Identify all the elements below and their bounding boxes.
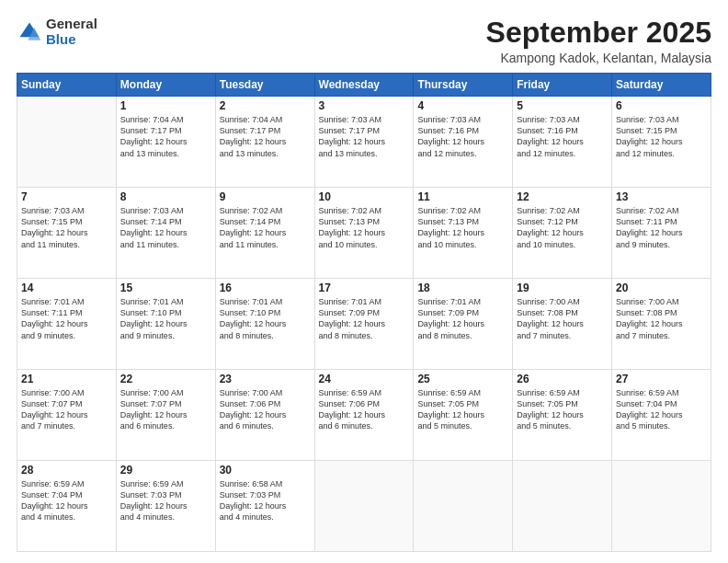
calendar-cell: 26Sunrise: 6:59 AM Sunset: 7:05 PM Dayli… <box>513 370 612 461</box>
logo-general-text: General <box>46 17 97 32</box>
calendar-cell <box>612 461 711 552</box>
title-block: September 2025 Kampong Kadok, Kelantan, … <box>486 17 711 65</box>
month-title: September 2025 <box>486 17 711 49</box>
calendar-cell: 8Sunrise: 7:03 AM Sunset: 7:14 PM Daylig… <box>116 188 215 279</box>
calendar-cell: 22Sunrise: 7:00 AM Sunset: 7:07 PM Dayli… <box>116 370 215 461</box>
logo-icon <box>17 19 42 45</box>
calendar-cell: 13Sunrise: 7:02 AM Sunset: 7:11 PM Dayli… <box>612 188 711 279</box>
calendar-cell: 24Sunrise: 6:59 AM Sunset: 7:06 PM Dayli… <box>314 370 414 461</box>
day-info: Sunrise: 7:04 AM Sunset: 7:17 PM Dayligh… <box>120 114 211 159</box>
day-info: Sunrise: 7:02 AM Sunset: 7:12 PM Dayligh… <box>517 205 608 250</box>
day-number: 10 <box>319 190 410 203</box>
page: General Blue September 2025 Kampong Kado… <box>0 0 728 563</box>
day-number: 29 <box>120 464 211 477</box>
col-tuesday: Tuesday <box>215 74 314 97</box>
day-number: 28 <box>21 464 112 477</box>
day-info: Sunrise: 7:01 AM Sunset: 7:11 PM Dayligh… <box>21 296 112 341</box>
day-number: 20 <box>616 282 707 294</box>
day-info: Sunrise: 6:59 AM Sunset: 7:04 PM Dayligh… <box>21 478 112 523</box>
day-number: 7 <box>21 190 112 203</box>
day-info: Sunrise: 7:00 AM Sunset: 7:07 PM Dayligh… <box>120 387 211 432</box>
day-number: 9 <box>220 190 311 203</box>
day-number: 2 <box>220 99 311 112</box>
day-info: Sunrise: 6:59 AM Sunset: 7:03 PM Dayligh… <box>120 478 211 523</box>
day-info: Sunrise: 7:02 AM Sunset: 7:11 PM Dayligh… <box>616 205 707 250</box>
calendar-cell <box>314 461 414 552</box>
calendar-cell: 9Sunrise: 7:02 AM Sunset: 7:14 PM Daylig… <box>215 188 314 279</box>
calendar-week-row: 1Sunrise: 7:04 AM Sunset: 7:17 PM Daylig… <box>17 97 711 188</box>
logo: General Blue <box>17 17 97 47</box>
day-number: 27 <box>616 373 707 385</box>
day-info: Sunrise: 7:03 AM Sunset: 7:14 PM Dayligh… <box>120 205 211 250</box>
day-info: Sunrise: 6:59 AM Sunset: 7:05 PM Dayligh… <box>517 387 608 432</box>
calendar-cell: 17Sunrise: 7:01 AM Sunset: 7:09 PM Dayli… <box>314 279 414 370</box>
day-number: 5 <box>517 99 608 112</box>
calendar-cell: 11Sunrise: 7:02 AM Sunset: 7:13 PM Dayli… <box>414 188 513 279</box>
day-info: Sunrise: 7:01 AM Sunset: 7:09 PM Dayligh… <box>417 296 508 341</box>
calendar-cell: 12Sunrise: 7:02 AM Sunset: 7:12 PM Dayli… <box>513 188 612 279</box>
day-info: Sunrise: 7:03 AM Sunset: 7:17 PM Dayligh… <box>319 114 410 159</box>
day-info: Sunrise: 7:00 AM Sunset: 7:08 PM Dayligh… <box>616 296 707 341</box>
calendar-cell: 10Sunrise: 7:02 AM Sunset: 7:13 PM Dayli… <box>314 188 414 279</box>
calendar-cell: 30Sunrise: 6:58 AM Sunset: 7:03 PM Dayli… <box>215 461 314 552</box>
calendar-cell: 2Sunrise: 7:04 AM Sunset: 7:17 PM Daylig… <box>215 97 314 188</box>
calendar-cell: 1Sunrise: 7:04 AM Sunset: 7:17 PM Daylig… <box>116 97 215 188</box>
calendar-cell: 7Sunrise: 7:03 AM Sunset: 7:15 PM Daylig… <box>17 188 117 279</box>
day-info: Sunrise: 7:04 AM Sunset: 7:17 PM Dayligh… <box>220 114 311 159</box>
col-saturday: Saturday <box>612 74 711 97</box>
day-info: Sunrise: 7:01 AM Sunset: 7:10 PM Dayligh… <box>220 296 311 341</box>
calendar-cell: 3Sunrise: 7:03 AM Sunset: 7:17 PM Daylig… <box>314 97 414 188</box>
calendar-cell: 21Sunrise: 7:00 AM Sunset: 7:07 PM Dayli… <box>17 370 117 461</box>
calendar-week-row: 14Sunrise: 7:01 AM Sunset: 7:11 PM Dayli… <box>17 279 711 370</box>
day-number: 22 <box>120 373 211 385</box>
calendar-cell: 23Sunrise: 7:00 AM Sunset: 7:06 PM Dayli… <box>215 370 314 461</box>
day-number: 13 <box>616 190 707 203</box>
day-info: Sunrise: 7:02 AM Sunset: 7:13 PM Dayligh… <box>319 205 410 250</box>
day-number: 30 <box>220 464 311 477</box>
calendar-week-row: 7Sunrise: 7:03 AM Sunset: 7:15 PM Daylig… <box>17 188 711 279</box>
calendar-cell: 25Sunrise: 6:59 AM Sunset: 7:05 PM Dayli… <box>414 370 513 461</box>
day-info: Sunrise: 6:58 AM Sunset: 7:03 PM Dayligh… <box>220 478 311 523</box>
day-info: Sunrise: 7:01 AM Sunset: 7:10 PM Dayligh… <box>120 296 211 341</box>
day-number: 21 <box>21 373 112 385</box>
calendar-cell: 16Sunrise: 7:01 AM Sunset: 7:10 PM Dayli… <box>215 279 314 370</box>
day-number: 19 <box>517 282 608 294</box>
day-number: 6 <box>616 99 707 112</box>
calendar-cell <box>414 461 513 552</box>
location-subtitle: Kampong Kadok, Kelantan, Malaysia <box>486 51 711 65</box>
day-info: Sunrise: 7:00 AM Sunset: 7:06 PM Dayligh… <box>220 387 311 432</box>
calendar-cell: 19Sunrise: 7:00 AM Sunset: 7:08 PM Dayli… <box>513 279 612 370</box>
logo-text: General Blue <box>46 17 97 47</box>
header: General Blue September 2025 Kampong Kado… <box>17 17 711 65</box>
col-friday: Friday <box>513 74 612 97</box>
col-thursday: Thursday <box>414 74 513 97</box>
calendar-cell: 29Sunrise: 6:59 AM Sunset: 7:03 PM Dayli… <box>116 461 215 552</box>
day-info: Sunrise: 7:03 AM Sunset: 7:15 PM Dayligh… <box>21 205 112 250</box>
calendar-cell: 15Sunrise: 7:01 AM Sunset: 7:10 PM Dayli… <box>116 279 215 370</box>
day-info: Sunrise: 7:00 AM Sunset: 7:08 PM Dayligh… <box>517 296 608 341</box>
day-number: 24 <box>319 373 410 385</box>
day-info: Sunrise: 7:03 AM Sunset: 7:16 PM Dayligh… <box>417 114 508 159</box>
calendar-cell: 14Sunrise: 7:01 AM Sunset: 7:11 PM Dayli… <box>17 279 117 370</box>
day-info: Sunrise: 7:03 AM Sunset: 7:15 PM Dayligh… <box>616 114 707 159</box>
calendar-table: Sunday Monday Tuesday Wednesday Thursday… <box>17 73 711 552</box>
calendar-cell: 5Sunrise: 7:03 AM Sunset: 7:16 PM Daylig… <box>513 97 612 188</box>
day-number: 8 <box>120 190 211 203</box>
day-info: Sunrise: 7:03 AM Sunset: 7:16 PM Dayligh… <box>517 114 608 159</box>
day-number: 16 <box>220 282 311 294</box>
calendar-header-row: Sunday Monday Tuesday Wednesday Thursday… <box>17 74 711 97</box>
calendar-cell <box>17 97 117 188</box>
day-info: Sunrise: 7:02 AM Sunset: 7:14 PM Dayligh… <box>220 205 311 250</box>
day-number: 15 <box>120 282 211 294</box>
day-number: 25 <box>417 373 508 385</box>
day-info: Sunrise: 7:00 AM Sunset: 7:07 PM Dayligh… <box>21 387 112 432</box>
calendar-week-row: 21Sunrise: 7:00 AM Sunset: 7:07 PM Dayli… <box>17 370 711 461</box>
calendar-week-row: 28Sunrise: 6:59 AM Sunset: 7:04 PM Dayli… <box>17 461 711 552</box>
calendar-cell: 18Sunrise: 7:01 AM Sunset: 7:09 PM Dayli… <box>414 279 513 370</box>
day-info: Sunrise: 6:59 AM Sunset: 7:06 PM Dayligh… <box>319 387 410 432</box>
day-number: 3 <box>319 99 410 112</box>
day-info: Sunrise: 7:01 AM Sunset: 7:09 PM Dayligh… <box>319 296 410 341</box>
col-monday: Monday <box>116 74 215 97</box>
day-number: 11 <box>417 190 508 203</box>
calendar-cell: 27Sunrise: 6:59 AM Sunset: 7:04 PM Dayli… <box>612 370 711 461</box>
